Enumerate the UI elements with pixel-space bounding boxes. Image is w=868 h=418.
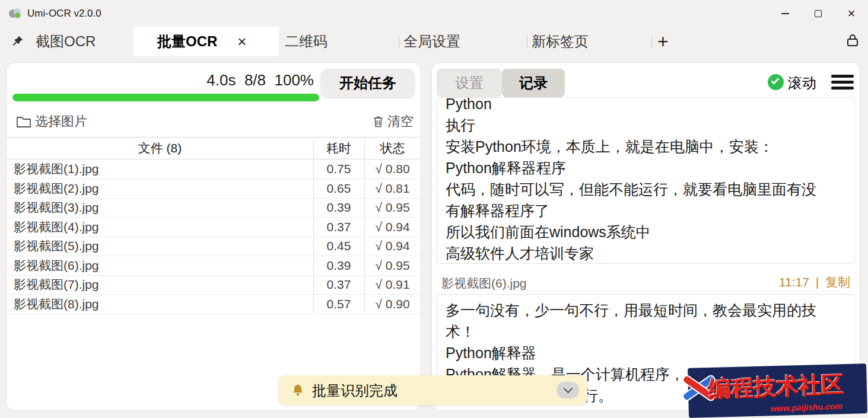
maximize-button[interactable] <box>802 0 835 27</box>
tab-separator <box>527 36 527 47</box>
file-name: 影视截图(2).jpg <box>14 179 99 198</box>
progress-summary: 4.0s 8/8 100% <box>206 71 314 90</box>
table-row[interactable]: 影视截图(2).jpg 0.65 √ 0.81 <box>7 179 421 199</box>
ocr-text-line: 有解释器程序了 <box>446 200 846 221</box>
file-time: 0.65 <box>313 179 364 198</box>
ocr-text-line: 高级软件人才培训专家 <box>446 242 846 264</box>
file-status: √ 0.81 <box>364 179 421 198</box>
notification-collapse-button[interactable] <box>557 382 579 398</box>
record-header: 影视截图(6).jpg 11:17 | 复制 <box>432 270 860 293</box>
table-row[interactable]: 影视截图(7).jpg 0.37 √ 0.91 <box>7 275 421 295</box>
lock-icon[interactable] <box>847 33 859 50</box>
bell-icon <box>291 383 305 400</box>
table-row[interactable]: 影视截图(1).jpg 0.75 √ 0.80 <box>7 159 421 179</box>
file-name: 影视截图(5).jpg <box>14 237 99 256</box>
table-row[interactable]: 影视截图(3).jpg 0.39 √ 0.95 <box>7 198 421 218</box>
file-time: 0.45 <box>313 237 364 256</box>
title-bar: Umi-OCR v2.0.0 × <box>0 0 868 27</box>
maximize-icon <box>815 10 822 17</box>
clear-list-label: 清空 <box>387 113 414 130</box>
file-toolbar: 选择图片 清空 <box>7 110 421 134</box>
column-header-status: 状态 <box>364 138 421 159</box>
file-time: 0.75 <box>313 159 364 178</box>
scroll-toggle-label: 滚动 <box>788 74 816 92</box>
record-meta: 11:17 | 复制 <box>779 274 850 291</box>
minimize-button[interactable] <box>768 0 802 27</box>
notification-toast: 批量识别完成 <box>279 375 587 405</box>
check-icon <box>771 76 779 84</box>
file-time: 0.37 <box>313 275 364 294</box>
file-status: √ 0.94 <box>364 237 421 256</box>
copy-link[interactable]: 复制 <box>825 275 850 289</box>
file-status: √ 0.90 <box>364 295 421 314</box>
window-controls: × <box>768 0 868 27</box>
record-time: 11:17 <box>779 275 809 289</box>
records-panel: 设置 记录 滚动 Python 执行 安装Python环境，本质上，就是在电脑中… <box>431 62 860 411</box>
app-icon <box>8 7 21 20</box>
file-name: 影视截图(6).jpg <box>14 256 99 275</box>
file-status: √ 0.95 <box>364 198 421 217</box>
pin-icon[interactable] <box>11 34 24 50</box>
file-status: √ 0.80 <box>364 159 421 178</box>
column-header-file: 文件 (8) <box>7 138 313 159</box>
ocr-text-line: 术！ <box>446 321 846 342</box>
file-name: 影视截图(4).jpg <box>14 218 99 237</box>
add-tab-button[interactable]: + <box>657 27 669 56</box>
progress-bar-fill <box>12 94 319 101</box>
table-row[interactable]: 影视截图(6).jpg 0.39 √ 0.95 <box>7 256 421 276</box>
tab-separator <box>399 36 399 47</box>
ocr-text-line: 所以我们前面在windows系统中 <box>446 221 846 242</box>
file-name: 影视截图(1).jpg <box>14 159 99 178</box>
tab-records[interactable]: 记录 <box>502 69 565 97</box>
start-task-button[interactable]: 开始任务 <box>321 69 415 97</box>
close-icon: × <box>848 7 856 20</box>
scroll-toggle-checkbox[interactable] <box>768 74 784 90</box>
meta-separator: | <box>816 275 819 289</box>
tab-separator <box>651 36 652 47</box>
file-time: 0.57 <box>313 295 364 314</box>
batch-ocr-panel: 4.0s 8/8 100% 开始任务 选择图片 清空 文件 (8) 耗时 状态 … <box>6 62 421 411</box>
notification-message: 批量识别完成 <box>312 381 398 400</box>
tab-batch-ocr-label: 批量OCR <box>157 32 217 51</box>
table-row[interactable]: 影视截图(8).jpg 0.57 √ 0.90 <box>7 295 421 314</box>
file-time: 0.39 <box>313 256 364 275</box>
ocr-result-block: Python 执行 安装Python环境，本质上，就是在电脑中，安装： Pyth… <box>437 97 855 264</box>
file-time: 0.39 <box>313 198 364 217</box>
column-header-time: 耗时 <box>313 138 364 159</box>
close-button[interactable]: × <box>835 0 868 27</box>
file-name: 影视截图(7).jpg <box>14 275 99 294</box>
minimize-icon <box>781 13 789 14</box>
file-table-header: 文件 (8) 耗时 状态 <box>7 137 421 159</box>
file-name: 影视截图(8).jpg <box>14 295 99 314</box>
tab-close-icon[interactable]: × <box>237 34 246 49</box>
tab-batch-ocr[interactable]: 批量OCR × <box>133 27 279 56</box>
tab-qrcode[interactable]: 二维码 <box>285 27 328 56</box>
folder-icon <box>16 115 31 130</box>
ocr-text-line: Python <box>446 97 846 114</box>
tab-settings[interactable]: 设置 <box>437 69 502 97</box>
ocr-text-line: 安装Python环境，本质上，就是在电脑中，安装： <box>446 136 846 157</box>
file-name: 影视截图(3).jpg <box>14 198 99 217</box>
window-title: Umi-OCR v2.0.0 <box>27 0 101 27</box>
file-time: 0.37 <box>313 218 364 237</box>
ocr-text-line: 代码，随时可以写，但能不能运行，就要看电脑里面有没 <box>446 178 846 200</box>
ocr-text-line: 多一句没有，少一句不行，用最短时间，教会最实用的技 <box>446 299 846 321</box>
ocr-text-line: Python解释器程序 <box>446 157 846 178</box>
record-filename: 影视截图(6).jpg <box>441 275 527 292</box>
file-status: √ 0.94 <box>364 218 421 237</box>
file-status: √ 0.91 <box>364 275 421 294</box>
clear-list-button[interactable]: 清空 <box>373 113 414 130</box>
trash-icon <box>373 115 384 128</box>
tab-bar: 截图OCR 批量OCR × 二维码 全局设置 新标签页 + <box>0 27 868 56</box>
tab-global-settings[interactable]: 全局设置 <box>403 27 460 56</box>
ocr-text-line: Python解释器 <box>446 342 846 363</box>
chevron-down-icon <box>563 384 573 394</box>
menu-icon[interactable] <box>831 75 854 90</box>
file-status: √ 0.95 <box>364 256 421 275</box>
select-images-button[interactable]: 选择图片 <box>35 113 87 130</box>
ocr-text-line: 执行 <box>446 114 846 136</box>
tab-new-page[interactable]: 新标签页 <box>532 27 589 56</box>
table-row[interactable]: 影视截图(5).jpg 0.45 √ 0.94 <box>7 237 421 256</box>
tab-screenshot-ocr[interactable]: 截图OCR <box>36 27 96 56</box>
table-row[interactable]: 影视截图(4).jpg 0.37 √ 0.94 <box>7 218 421 237</box>
